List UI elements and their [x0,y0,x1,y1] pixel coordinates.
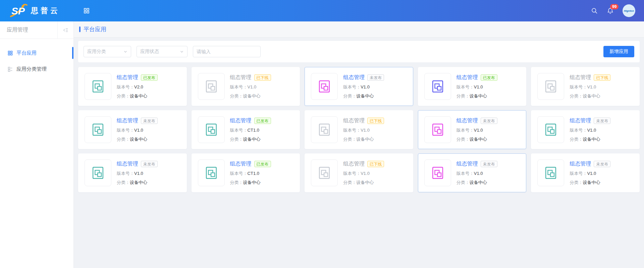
add-application-button[interactable]: 新增应用 [603,46,634,57]
svg-text:SP: SP [11,5,25,16]
category-line: 分类：设备中心 [343,136,384,142]
title-accent-bar [79,26,80,32]
status-badge: 已下线 [254,74,271,81]
app-card[interactable]: 组态管理 已下线 版本号：V1.0 分类：设备中心 [305,110,413,149]
search-input[interactable] [193,46,261,57]
app-card[interactable]: 组态管理 已发布 版本号：V2.0 分类：设备中心 [78,67,187,106]
version-value: V1.0 [587,171,596,176]
configuration-app-icon [543,122,558,137]
search-icon[interactable] [591,7,598,14]
app-title-link[interactable]: 组态管理 [117,74,138,81]
user-avatar[interactable]: Hignton [623,4,635,17]
app-card[interactable]: 组态管理 已发布 版本号：CT1.0 分类：设备中心 [192,153,300,192]
version-label: 版本号： [570,128,587,133]
app-icon-box [311,159,338,186]
status-badge: 已发布 [141,74,158,81]
category-label: 分类： [570,93,583,98]
status-badge: 已发布 [481,74,497,81]
version-label: 版本号： [230,128,248,133]
app-card[interactable]: 组态管理 已下线 版本号：V1.0 分类：设备中心 [192,67,300,106]
version-label: 版本号： [570,171,587,176]
app-card[interactable]: 组态管理 未发布 版本号：V1.0 分类：设备中心 [418,153,527,192]
app-card[interactable]: 组态管理 未发布 版本号：V1.0 分类：设备中心 [78,153,187,192]
chevron-down-icon [123,50,127,54]
category-value: 设备中心 [130,180,147,185]
app-card[interactable]: 组态管理 未发布 版本号：V1.0 分类：设备中心 [78,110,187,149]
app-title-link[interactable]: 组态管理 [230,160,252,168]
app-title-link[interactable]: 组态管理 [343,160,365,168]
category-line: 分类：设备中心 [457,180,497,186]
card-body: 组态管理 已下线 版本号：V1.0 分类：设备中心 [570,74,610,99]
card-body: 组态管理 未发布 版本号：V1.0 分类：设备中心 [117,160,158,186]
app-title-link[interactable]: 组态管理 [570,160,591,168]
configuration-app-icon [430,79,445,94]
sidebar-item-label: 应用分类管理 [16,66,47,72]
app-card-grid: 组态管理 已发布 版本号：V2.0 分类：设备中心 组态管理 [78,67,640,192]
configuration-app-icon [543,79,558,94]
category-label: 分类： [570,137,583,142]
app-title-link[interactable]: 组态管理 [230,117,252,124]
app-card[interactable]: 组态管理 已下线 版本号：V1.0 分类：设备中心 [305,153,413,192]
status-badge: 未发布 [367,74,384,81]
version-label: 版本号： [570,84,587,89]
version-label: 版本号： [343,84,361,89]
version-value: V1.0 [587,128,596,133]
app-status-select[interactable]: 应用状态 [137,46,187,57]
category-value: 设备中心 [470,93,487,98]
brand-logo[interactable]: SP 思普云 [0,4,74,18]
app-icon-box [85,73,111,100]
app-icon-box [85,116,111,143]
app-card[interactable]: 组态管理 已下线 版本号：V1.0 分类：设备中心 [531,67,640,106]
app-card[interactable]: 组态管理 未发布 版本号：V1.0 分类：设备中心 [305,67,413,106]
version-value: V1.0 [474,84,483,89]
app-category-select[interactable]: 应用分类 [84,46,131,57]
app-title-link[interactable]: 组态管理 [457,74,478,81]
app-icon-box [198,159,225,186]
app-title-link[interactable]: 组态管理 [343,74,365,81]
category-label: 分类： [343,137,356,142]
app-card[interactable]: 组态管理 未发布 版本号：V1.0 分类：设备中心 [531,153,640,192]
apps-grid-icon[interactable] [83,7,90,14]
app-icon-box [424,159,451,186]
app-title-link[interactable]: 组态管理 [343,117,365,124]
app-title-link[interactable]: 组态管理 [457,160,478,168]
sidebar-title: 应用管理 [0,26,28,34]
app-icon-box [424,116,451,143]
app-title-link[interactable]: 组态管理 [570,74,591,81]
select-placeholder: 应用状态 [140,49,159,55]
category-label: 分类： [230,180,243,185]
version-line: 版本号：V1.0 [457,84,497,90]
category-list-icon [7,66,13,72]
sidebar-item-platform-apps[interactable]: 平台应用 [0,45,73,61]
category-line: 分类：设备中心 [457,93,497,99]
category-label: 分类： [117,180,130,185]
category-line: 分类：设备中心 [117,93,158,99]
app-title-link[interactable]: 组态管理 [457,117,478,124]
app-card[interactable]: 组态管理 已发布 版本号：CT1.0 分类：设备中心 [192,110,300,149]
category-label: 分类： [117,93,130,98]
app-card[interactable]: 组态管理 已发布 版本号：V1.0 分类：设备中心 [418,67,527,106]
category-label: 分类： [230,137,243,142]
card-body: 组态管理 已发布 版本号：CT1.0 分类：设备中心 [230,117,271,142]
app-title-link[interactable]: 组态管理 [230,74,252,81]
version-value: V1.0 [134,171,143,176]
card-body: 组态管理 已发布 版本号：CT1.0 分类：设备中心 [230,160,271,186]
configuration-app-icon [204,122,219,137]
version-value: V1.0 [361,128,370,133]
notification-count-badge: 99 [610,4,619,9]
app-title-link[interactable]: 组态管理 [117,160,138,168]
notifications-bell-icon[interactable]: 99 [607,7,614,14]
sidebar-item-app-categories[interactable]: 应用分类管理 [0,61,73,77]
status-badge: 未发布 [594,161,610,167]
app-title-link[interactable]: 组态管理 [570,117,591,124]
app-card[interactable]: 组态管理 未发布 版本号：V1.0 分类：设备中心 [418,110,527,149]
status-badge: 未发布 [481,161,497,167]
app-card[interactable]: 组态管理 未发布 版本号：V1.0 分类：设备中心 [531,110,640,149]
category-line: 分类：设备中心 [230,136,271,142]
category-line: 分类：设备中心 [570,93,610,99]
sidebar-collapse-icon[interactable] [57,21,73,39]
version-line: 版本号：V1.0 [343,84,384,90]
category-label: 分类： [457,180,470,185]
app-title-link[interactable]: 组态管理 [117,117,138,124]
category-value: 设备中心 [356,137,374,142]
